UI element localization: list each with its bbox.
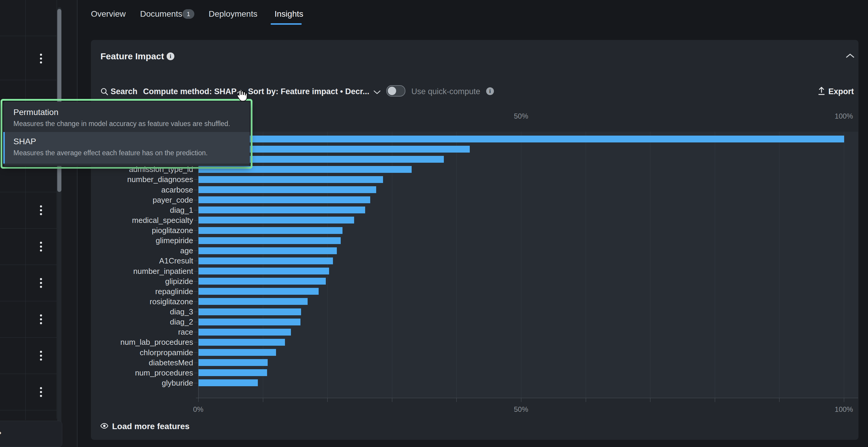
bottom-axis-tick-label: 50% xyxy=(503,405,539,414)
impact-bar xyxy=(198,257,333,264)
kebab-menu-icon[interactable] xyxy=(38,314,43,324)
feature-label: chlorpropamide xyxy=(93,348,193,357)
sidebar-row-divider xyxy=(0,80,57,80)
gridline xyxy=(586,132,586,398)
axis-tick xyxy=(650,398,650,402)
feature-label: acarbose xyxy=(93,185,193,194)
export-button[interactable]: Export xyxy=(817,87,854,97)
kebab-menu-icon[interactable] xyxy=(38,54,43,63)
impact-bar xyxy=(198,359,268,366)
tab-documents[interactable]: Documents xyxy=(140,9,182,19)
chevron-down-icon[interactable] xyxy=(373,90,381,96)
sidebar-row-divider xyxy=(0,36,57,36)
gridline xyxy=(715,132,715,398)
quick-compute-label: Use quick-compute xyxy=(411,87,480,97)
active-tab-underline xyxy=(271,23,302,25)
sidebar-row-divider xyxy=(0,228,57,229)
impact-bar xyxy=(198,217,354,224)
impact-bar xyxy=(198,339,285,346)
feature-label: rosiglitazone xyxy=(93,297,193,306)
impact-bar xyxy=(198,136,844,142)
menu-item-shap[interactable]: SHAP Measures the average effect each fe… xyxy=(3,132,250,164)
kebab-menu-icon[interactable] xyxy=(38,387,43,397)
impact-bar xyxy=(198,227,342,234)
page-title: Feature Impact xyxy=(100,51,164,61)
axis-tick xyxy=(521,398,521,402)
tab-overview[interactable]: Overview xyxy=(91,9,126,19)
compute-method-menu: Permutation Measures the change in model… xyxy=(1,99,252,169)
kebab-menu-icon[interactable] xyxy=(38,242,43,252)
x-axis-line xyxy=(196,398,858,398)
sidebar-divider xyxy=(77,0,78,447)
top-axis-tick-label: 50% xyxy=(503,112,539,120)
sidebar-column-divider xyxy=(57,0,57,419)
impact-bar xyxy=(198,267,329,275)
quick-compute-toggle[interactable] xyxy=(386,85,405,97)
axis-tick xyxy=(456,398,457,402)
feature-tick xyxy=(194,322,197,322)
feature-label: diag_1 xyxy=(93,205,193,215)
sort-by-dropdown[interactable]: Sort by: Feature impact • Decr... xyxy=(248,87,369,97)
axis-tick xyxy=(198,398,198,402)
load-more-label: Load more features xyxy=(112,421,190,432)
export-label: Export xyxy=(828,87,854,97)
impact-bar xyxy=(198,176,383,183)
feature-tick xyxy=(194,363,197,363)
impact-bar xyxy=(198,319,301,325)
gridline xyxy=(779,132,779,398)
bottom-axis-tick-label: 100% xyxy=(826,405,862,414)
impact-bar xyxy=(198,288,319,295)
feature-tick xyxy=(194,251,197,251)
expand-chevron-icon[interactable]: › xyxy=(0,426,1,438)
info-icon[interactable]: i xyxy=(486,87,494,95)
search-button[interactable]: Search xyxy=(111,87,137,97)
feature-label: diabetesMed xyxy=(93,358,193,367)
bottom-axis-tick-label: 0% xyxy=(180,405,216,414)
feature-label: diag_2 xyxy=(93,317,193,326)
option-title: SHAP xyxy=(13,137,243,146)
gridline xyxy=(521,132,521,398)
axis-tick xyxy=(779,398,779,402)
y-axis-line xyxy=(198,132,198,398)
sidebar-row-divider xyxy=(0,374,57,374)
export-icon xyxy=(817,87,826,97)
menu-item-permutation[interactable]: Permutation Measures the change in model… xyxy=(3,102,250,132)
eye-icon xyxy=(100,422,108,431)
search-icon[interactable] xyxy=(100,87,108,97)
chevron-up-icon[interactable] xyxy=(237,89,244,95)
feature-tick xyxy=(194,271,197,272)
gridline xyxy=(844,132,844,398)
impact-bar xyxy=(198,379,258,386)
sidebar-row-divider xyxy=(0,410,57,410)
sidebar-bottom-card xyxy=(0,421,62,447)
option-description: Measures the change in model accuracy as… xyxy=(13,120,243,128)
load-more-features-button[interactable]: Load more features xyxy=(100,421,190,432)
impact-bar xyxy=(198,349,276,356)
feature-tick xyxy=(194,281,197,282)
sidebar-row-divider xyxy=(0,192,57,192)
sidebar-column-divider xyxy=(25,0,26,420)
feature-label: A1Cresult xyxy=(93,256,193,265)
feature-tick xyxy=(194,169,197,169)
collapse-chevron-icon[interactable] xyxy=(846,53,855,60)
feature-tick xyxy=(194,220,197,221)
tab-insights[interactable]: Insights xyxy=(275,9,304,19)
feature-tick xyxy=(194,301,197,302)
feature-label: num_procedures xyxy=(93,368,193,377)
info-icon[interactable]: i xyxy=(166,53,175,60)
feature-label: age xyxy=(93,246,193,255)
kebab-menu-icon[interactable] xyxy=(38,278,43,288)
kebab-menu-icon[interactable] xyxy=(38,351,43,360)
kebab-menu-icon[interactable] xyxy=(38,205,43,215)
feature-tick xyxy=(194,241,197,241)
gridline xyxy=(650,132,650,398)
impact-bar xyxy=(198,237,341,244)
compute-method-dropdown[interactable]: Compute method: SHAP xyxy=(143,87,237,97)
feature-label: number_diagnoses xyxy=(93,175,193,184)
impact-bar xyxy=(198,196,370,203)
feature-label: glyburide xyxy=(93,379,193,387)
axis-tick xyxy=(392,398,392,402)
feature-tick xyxy=(194,383,197,383)
axis-tick xyxy=(844,398,844,402)
tab-deployments[interactable]: Deployments xyxy=(209,9,257,19)
